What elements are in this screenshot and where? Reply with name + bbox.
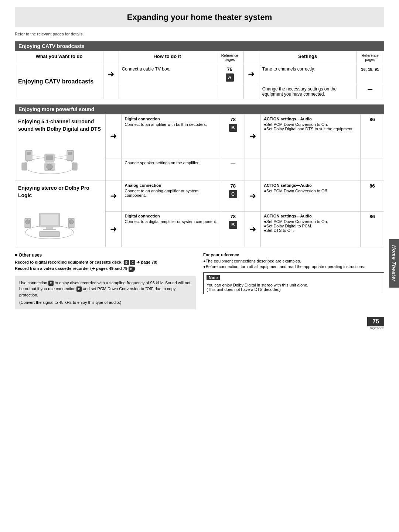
svg-rect-18: [46, 227, 53, 229]
stereo-settings1-list: ●Set PCM Down Conversion to Off.: [264, 189, 357, 193]
dolby-badge1: B: [229, 124, 237, 132]
stereo-ref2-2: 86: [361, 211, 384, 247]
dolby-arrow1: ➜: [106, 114, 122, 158]
stereo-settings2: ACTION settings—Audio ●Set PCM Down Conv…: [261, 211, 361, 247]
intro-text: Refer to the relevant pages for details.: [15, 32, 384, 36]
note-box-text2: (Convert the signal to 48 kHz to enjoy t…: [19, 299, 191, 306]
stereo-ref1: 78 C: [221, 181, 245, 211]
dolby-ref1: 78 B: [221, 114, 245, 158]
catv-what: Enjoying CATV broadcasts: [15, 64, 103, 99]
stereo-what: Enjoying stereo or Dolby Pro Logic: [15, 181, 106, 247]
stereo-settings2-title: ACTION settings—Audio: [264, 214, 357, 218]
note-final-text: You can enjoy Dolby Digital in stereo wi…: [207, 283, 381, 292]
powerful-table: Enjoying 5.1-channel surround sound with…: [15, 114, 384, 247]
stereo-how2-text: Connect to a digital amplifier or system…: [125, 219, 218, 224]
stereo-ref2-1-num: 86: [369, 183, 375, 189]
catv-how2: [119, 84, 216, 99]
stereo-ref1-2: 78 B: [221, 211, 245, 247]
dolby-settings1-title: ACTION settings—Audio: [264, 117, 357, 121]
stereo-how1: Analog connection Connect to an analog a…: [122, 181, 221, 211]
dolby-bullet1: ●Set PCM Down Conversion to On.: [264, 122, 357, 127]
dolby-settings1: ACTION settings—Audio ●Set PCM Down Conv…: [261, 114, 361, 158]
side-tab: Home Theater: [389, 239, 399, 288]
dolby-how1-text: Connect to an amplifier with built-in de…: [125, 122, 218, 127]
svg-point-23: [69, 220, 74, 224]
dolby-arrow2: ➜: [245, 114, 261, 158]
col-how-header: How to do it: [119, 51, 216, 64]
dolby-how1: Digital connection Connect to an amplifi…: [122, 114, 221, 158]
note-box-text: Use connection C to enjoy discs recorded…: [19, 280, 191, 298]
stereo-row1: Enjoying stereo or Dolby Pro Logic: [15, 181, 384, 211]
svg-rect-2: [46, 155, 53, 160]
note-final-label: Note: [207, 275, 220, 280]
catv-ref2-1: 16, 18, 91: [356, 64, 384, 84]
dolby-ref1-num: 78: [223, 117, 243, 122]
col-what-header: What you want to do: [15, 51, 103, 64]
stereo-arrow4: ➜: [245, 211, 261, 247]
col-settings-header: Settings: [259, 51, 356, 64]
stereo-image: [18, 203, 81, 243]
stereo-ref2-2-num: 86: [369, 214, 375, 219]
powerful-section-header: Enjoying more powerful sound: [15, 104, 384, 114]
dolby-how1-title: Digital connection: [125, 117, 218, 121]
catv-settings1-text: Tune to channels correctly.: [262, 66, 315, 72]
other-uses-section: ■ Other uses Record to digital recording…: [15, 253, 196, 271]
col-ref2-header: Referencepages: [356, 51, 384, 64]
svg-rect-7: [22, 163, 27, 170]
other-uses-item1: Record to digital recording equipment or…: [15, 260, 196, 265]
catv-settings2-text: Change the necessary settings on the equ…: [262, 86, 337, 97]
for-ref-item1: ●The equipment connections described are…: [203, 259, 384, 263]
page-number: 75: [367, 317, 384, 326]
stereo-speaker-svg: [18, 203, 81, 243]
footer-left: ■ Other uses Record to digital recording…: [15, 253, 196, 309]
badge-D-other: D: [129, 267, 134, 272]
catv-settings2: Change the necessary settings on the equ…: [259, 84, 356, 99]
dolby-settings1-list: ●Set PCM Down Conversion to On. ●Set Dol…: [264, 122, 357, 131]
other-uses-header: ■ Other uses: [15, 253, 196, 258]
catv-ref2-2-num: —: [368, 86, 372, 92]
col-ref-header: Reference pages: [216, 51, 243, 64]
note-box: Use connection C to enjoy discs recorded…: [15, 276, 196, 309]
svg-line-12: [54, 155, 67, 158]
dolby-ref1-2-num: —: [231, 161, 235, 166]
stereo-settings2-list: ●Set PCM Down Conversion to On. ●Set Dol…: [264, 219, 357, 233]
page-footer: 75: [15, 317, 384, 326]
stereo-arrow2: ➜: [245, 181, 261, 211]
catv-ref2-2: —: [356, 84, 384, 99]
footer-right: For your reference ●The equipment connec…: [203, 253, 384, 309]
catv-arrow1: ➜: [103, 64, 119, 84]
dolby-ref1-2: —: [221, 158, 245, 181]
stereo-ref1-2-num: 78: [223, 214, 243, 219]
dolby-how2: Change speaker settings on the amplifier…: [122, 158, 221, 181]
svg-line-14: [70, 161, 75, 163]
dolby-image: [18, 136, 81, 177]
dolby-what: Enjoying 5.1-channel surround sound with…: [15, 114, 106, 181]
for-your-reference-header: For your reference: [203, 253, 384, 257]
catv-arrow3: [103, 84, 119, 99]
svg-line-11: [32, 155, 45, 158]
stereo-bullet1-1: ●Set PCM Down Conversion to Off.: [264, 189, 357, 193]
stereo-bullet2-1: ●Set PCM Down Conversion to On.: [264, 219, 357, 224]
stereo-bullet2-3: ●Set DTS to Off.: [264, 228, 357, 233]
svg-point-21: [25, 220, 30, 224]
catv-ref1-num: 76: [219, 66, 241, 72]
svg-rect-8: [72, 163, 77, 170]
catv-how1: Connect a cable TV box.: [119, 64, 216, 84]
stereo-badge2: B: [229, 221, 237, 229]
dolby-how2-text: Change speaker settings on the amplifier…: [125, 161, 218, 165]
svg-rect-24: [40, 231, 59, 237]
stereo-bullet2-2: ●Set Dolby Digital to PCM.: [264, 224, 357, 228]
stereo-how1-title: Analog connection: [125, 183, 218, 188]
catv-row1: Enjoying CATV broadcasts ➜ Connect a cab…: [15, 64, 384, 84]
svg-line-13: [24, 161, 29, 163]
catv-table: What you want to do How to do it Referen…: [15, 51, 384, 99]
badge-B-note: B: [76, 286, 82, 292]
dolby-bullet2: ●Set Dolby Digital and DTS to suit the e…: [264, 127, 357, 131]
svg-point-10: [47, 164, 52, 170]
svg-rect-6: [68, 152, 72, 155]
svg-rect-4: [27, 152, 31, 155]
stereo-settings1-title: ACTION settings—Audio: [264, 183, 357, 188]
dolby-ref2-1: 86: [361, 114, 384, 158]
stereo-arrow1: ➜: [106, 181, 122, 211]
badge-B-other: B: [124, 260, 129, 265]
